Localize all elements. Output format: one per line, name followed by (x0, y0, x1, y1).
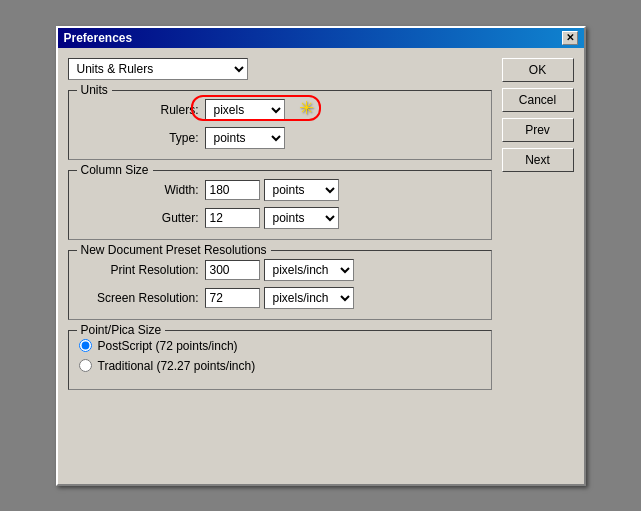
gutter-label: Gutter: (79, 211, 199, 225)
print-resolution-unit[interactable]: pixels/inch pixels/cm (264, 259, 354, 281)
main-content: Units & Rulers General Display & Cursors… (68, 58, 492, 400)
print-resolution-row: Print Resolution: pixels/inch pixels/cm (79, 259, 481, 281)
ok-button[interactable]: OK (502, 58, 574, 82)
postscript-label: PostScript (72 points/inch) (98, 339, 238, 353)
close-button[interactable]: ✕ (562, 31, 578, 45)
rulers-row: Rulers: pixels inches cm mm points picas… (79, 99, 481, 121)
column-size-group: Column Size Width: points pixels inches … (68, 170, 492, 240)
type-dropdown[interactable]: points pixels inches cm mm picas percent (205, 127, 285, 149)
width-unit-dropdown[interactable]: points pixels inches cm (264, 179, 339, 201)
width-row: Width: points pixels inches cm (79, 179, 481, 201)
print-resolution-input[interactable] (205, 260, 260, 280)
cancel-button[interactable]: Cancel (502, 88, 574, 112)
point-pica-label: Point/Pica Size (77, 323, 166, 337)
units-group-label: Units (77, 83, 112, 97)
category-dropdown[interactable]: Units & Rulers General Display & Cursors (68, 58, 248, 80)
screen-resolution-input[interactable] (205, 288, 260, 308)
gutter-unit-dropdown[interactable]: points pixels inches cm (264, 207, 339, 229)
new-doc-label: New Document Preset Resolutions (77, 243, 271, 257)
width-label: Width: (79, 183, 199, 197)
gutter-row: Gutter: points pixels inches cm (79, 207, 481, 229)
new-doc-group: New Document Preset Resolutions Print Re… (68, 250, 492, 320)
traditional-label: Traditional (72.27 points/inch) (98, 359, 256, 373)
dialog-title: Preferences (64, 31, 133, 45)
traditional-row: Traditional (72.27 points/inch) (79, 359, 481, 373)
postscript-row: PostScript (72 points/inch) (79, 339, 481, 353)
traditional-radio[interactable] (79, 359, 92, 372)
type-row: Type: points pixels inches cm mm picas p… (79, 127, 481, 149)
prev-button[interactable]: Prev (502, 118, 574, 142)
sidebar-buttons: OK Cancel Prev Next (502, 58, 574, 400)
point-pica-group: Point/Pica Size PostScript (72 points/in… (68, 330, 492, 390)
title-bar: Preferences ✕ (58, 28, 584, 48)
postscript-radio[interactable] (79, 339, 92, 352)
preferences-dialog: Preferences ✕ Units & Rulers General Dis… (56, 26, 586, 486)
gutter-input[interactable] (205, 208, 260, 228)
star-icon: ✳ (299, 97, 314, 119)
category-dropdown-row: Units & Rulers General Display & Cursors (68, 58, 492, 80)
units-group: Units Rulers: pixels inches cm mm points… (68, 90, 492, 160)
screen-resolution-row: Screen Resolution: pixels/inch pixels/cm (79, 287, 481, 309)
width-input[interactable] (205, 180, 260, 200)
type-label: Type: (79, 131, 199, 145)
rulers-label: Rulers: (79, 103, 199, 117)
next-button[interactable]: Next (502, 148, 574, 172)
screen-resolution-unit[interactable]: pixels/inch pixels/cm (264, 287, 354, 309)
screen-resolution-label: Screen Resolution: (79, 291, 199, 305)
print-resolution-label: Print Resolution: (79, 263, 199, 277)
dialog-body: Units & Rulers General Display & Cursors… (58, 48, 584, 410)
column-size-label: Column Size (77, 163, 153, 177)
rulers-dropdown[interactable]: pixels inches cm mm points picas percent (205, 99, 285, 121)
